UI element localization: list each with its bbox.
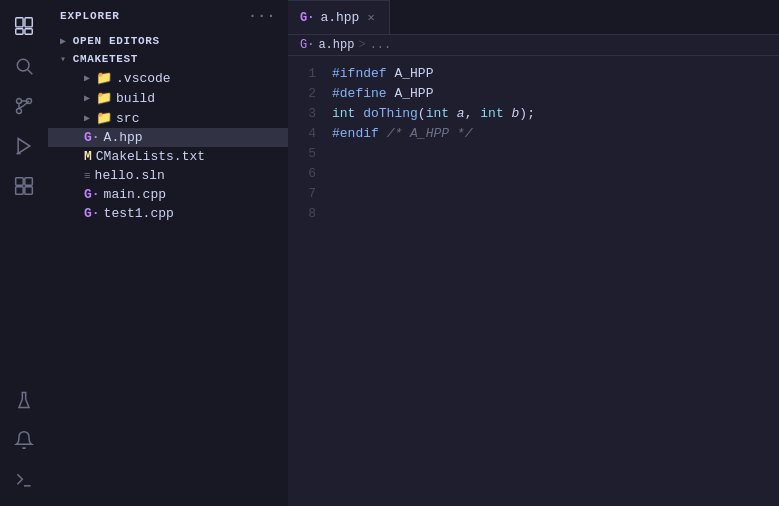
svg-rect-14 bbox=[25, 187, 33, 195]
flask-icon[interactable] bbox=[6, 382, 42, 418]
svg-rect-1 bbox=[25, 18, 32, 27]
editor-area: G· a.hpp ✕ G· a.hpp > ... 1 2 3 4 5 6 7 … bbox=[288, 0, 779, 506]
svg-line-5 bbox=[28, 70, 33, 75]
tab-label: a.hpp bbox=[320, 10, 359, 25]
svg-point-6 bbox=[17, 99, 22, 104]
svg-rect-2 bbox=[16, 29, 23, 35]
breadcrumb-context: ... bbox=[370, 38, 392, 52]
files-icon[interactable] bbox=[6, 8, 42, 44]
tab-ahpp[interactable]: G· a.hpp ✕ bbox=[288, 0, 390, 34]
g-icon-ahpp: G· bbox=[84, 130, 100, 145]
svg-point-8 bbox=[17, 109, 22, 114]
sidebar-item-build[interactable]: ▶ 📁 build bbox=[48, 88, 288, 108]
sidebar: EXPLORER ··· ▶ OPEN EDITORS ▾ CMAKETEST … bbox=[48, 0, 288, 506]
tab-close-button[interactable]: ✕ bbox=[365, 9, 376, 26]
sidebar-item-test1cpp[interactable]: G· test1.cpp bbox=[48, 204, 288, 223]
sidebar-item-hellosln[interactable]: ≡ hello.sln bbox=[48, 166, 288, 185]
line-numbers: 1 2 3 4 5 6 7 8 bbox=[288, 64, 328, 498]
sidebar-item-src[interactable]: ▶ 📁 src bbox=[48, 108, 288, 128]
open-editors-section[interactable]: ▶ OPEN EDITORS bbox=[48, 32, 288, 50]
cmaketest-chevron: ▾ bbox=[60, 53, 67, 65]
svg-point-4 bbox=[17, 59, 29, 71]
code-line-4: int doThing(int a, int b); bbox=[332, 104, 779, 124]
svg-rect-12 bbox=[25, 178, 33, 186]
extensions-icon[interactable] bbox=[6, 168, 42, 204]
source-control-icon[interactable] bbox=[6, 88, 42, 124]
file-tree: ▶ OPEN EDITORS ▾ CMAKETEST ▶ 📁 .vscode ▶… bbox=[48, 32, 288, 506]
sidebar-item-cmakelists[interactable]: M CMakeLists.txt bbox=[48, 147, 288, 166]
breadcrumb-file: a.hpp bbox=[318, 38, 354, 52]
activity-bar bbox=[0, 0, 48, 506]
terminal-icon[interactable] bbox=[6, 462, 42, 498]
sidebar-item-ahpp[interactable]: G· A.hpp bbox=[48, 128, 288, 147]
svg-marker-9 bbox=[18, 139, 30, 154]
g-icon-test1: G· bbox=[84, 206, 100, 221]
code-editor[interactable]: 1 2 3 4 5 6 7 8 #ifndef A_HPP #define A_… bbox=[288, 56, 779, 506]
folder-icon-src: 📁 bbox=[96, 110, 112, 126]
breadcrumb: G· a.hpp > ... bbox=[288, 35, 779, 56]
tab-g-icon: G· bbox=[300, 11, 314, 25]
sidebar-item-vscode[interactable]: ▶ 📁 .vscode bbox=[48, 68, 288, 88]
code-line-1: #ifndef A_HPP bbox=[332, 64, 779, 84]
svg-rect-0 bbox=[16, 18, 23, 27]
bell-icon[interactable] bbox=[6, 422, 42, 458]
svg-rect-11 bbox=[16, 178, 24, 186]
run-debug-icon[interactable] bbox=[6, 128, 42, 164]
code-line-7: #endif /* A_HPP */ bbox=[332, 124, 779, 144]
code-content[interactable]: #ifndef A_HPP #define A_HPP int doThing(… bbox=[328, 64, 779, 498]
m-icon-cmake: M bbox=[84, 149, 92, 164]
tab-bar: G· a.hpp ✕ bbox=[288, 0, 779, 35]
folder-icon-vscode: 📁 bbox=[96, 70, 112, 86]
search-icon[interactable] bbox=[6, 48, 42, 84]
sidebar-item-maincpp[interactable]: G· main.cpp bbox=[48, 185, 288, 204]
breadcrumb-separator: > bbox=[358, 38, 365, 52]
cmaketest-section[interactable]: ▾ CMAKETEST bbox=[48, 50, 288, 68]
sln-icon-hello: ≡ bbox=[84, 170, 91, 182]
code-line-2: #define A_HPP bbox=[332, 84, 779, 104]
breadcrumb-g-icon: G· bbox=[300, 38, 314, 52]
g-icon-main: G· bbox=[84, 187, 100, 202]
sidebar-title: EXPLORER ··· bbox=[48, 0, 288, 32]
svg-rect-13 bbox=[16, 187, 24, 195]
folder-icon-build: 📁 bbox=[96, 90, 112, 106]
svg-rect-3 bbox=[25, 29, 32, 35]
more-actions-icon[interactable]: ··· bbox=[248, 8, 276, 24]
open-editors-chevron: ▶ bbox=[60, 35, 67, 47]
